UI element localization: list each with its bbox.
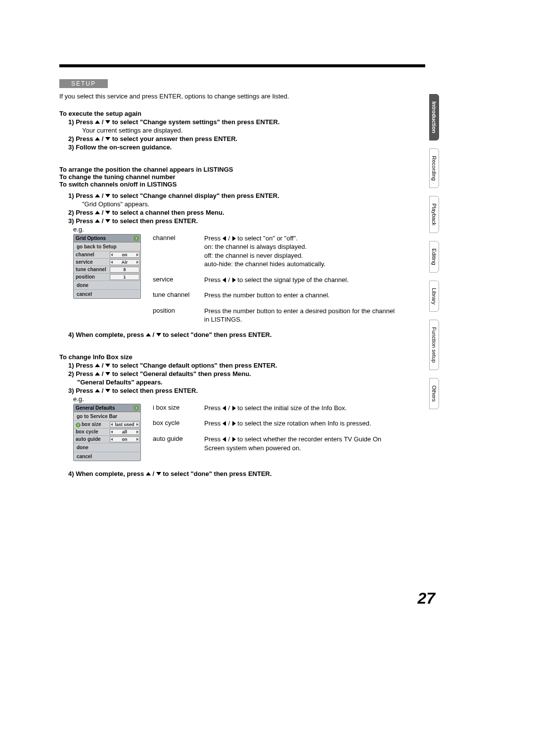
desc-val: Press / to select the size rotation when… bbox=[204, 419, 400, 428]
down-arrow-icon bbox=[105, 194, 110, 197]
heading-execute-setup: To execute the setup again bbox=[59, 110, 400, 117]
panel-row-box-size: ibox sizelast used bbox=[74, 421, 140, 428]
desc-key: channel bbox=[153, 234, 204, 269]
page-content: SETUP If you select this service and pre… bbox=[59, 79, 400, 478]
step: 1) Press / to select "Change channel dis… bbox=[68, 192, 400, 199]
up-arrow-icon bbox=[146, 472, 151, 475]
panel-row-done: done bbox=[74, 443, 140, 452]
grid-options-panel: Grid Options i go back to Setup channelo… bbox=[73, 234, 141, 299]
right-arrow-icon bbox=[232, 421, 236, 426]
step-note: Your current settings are displayed. bbox=[82, 127, 400, 134]
panel-row-auto-guide: auto guideon bbox=[74, 436, 140, 443]
desc-key: tune channel bbox=[153, 291, 204, 300]
tab-function-setup[interactable]: Function setup bbox=[429, 320, 439, 370]
tab-others[interactable]: Others bbox=[429, 378, 439, 409]
right-arrow-icon bbox=[232, 236, 236, 241]
right-arrow-icon bbox=[232, 278, 236, 283]
step: 1) Press / to select "Change default opt… bbox=[68, 362, 400, 369]
step-note: "General Defaults" appears. bbox=[77, 378, 400, 386]
up-arrow-icon bbox=[95, 194, 100, 197]
down-arrow-icon bbox=[105, 389, 110, 392]
general-defaults-panel: General Defaults i go to Service Bar ibo… bbox=[73, 404, 141, 461]
panel-row-position: position1 bbox=[74, 274, 140, 281]
panel-row-done: done bbox=[74, 281, 140, 290]
panel-row-box-cycle: box cycleall bbox=[74, 428, 140, 436]
up-arrow-icon bbox=[95, 211, 100, 214]
step: 4) When complete, press / to select "don… bbox=[68, 470, 400, 477]
setup-heading: SETUP bbox=[59, 79, 108, 88]
panel-row-cancel: cancel bbox=[74, 290, 140, 298]
panel-row-channel: channelon bbox=[74, 251, 140, 259]
down-arrow-icon bbox=[156, 333, 161, 336]
step: 3) Press / to select then press ENTER. bbox=[68, 217, 400, 225]
desc-val: Press / to select whether the recorder e… bbox=[204, 435, 400, 452]
down-arrow-icon bbox=[105, 364, 110, 367]
desc-val: Press the number button to enter a desir… bbox=[204, 307, 400, 324]
gen-desc: i box size Press / to select the initial… bbox=[153, 404, 400, 452]
tab-editing[interactable]: Editing bbox=[429, 241, 439, 273]
info-icon: i bbox=[134, 405, 139, 411]
desc-val: Press / to select the signal type of the… bbox=[204, 276, 400, 284]
down-arrow-icon bbox=[105, 211, 110, 214]
tab-library[interactable]: Library bbox=[429, 281, 439, 312]
tab-playback[interactable]: Playback bbox=[429, 196, 439, 233]
left-arrow-icon bbox=[222, 406, 226, 411]
down-arrow-icon bbox=[105, 372, 110, 376]
step: 1) Press / to select "Change system sett… bbox=[68, 118, 400, 126]
heading-switch-channels: To switch channels on/off in LISTINGS bbox=[59, 181, 400, 188]
desc-key: auto guide bbox=[153, 435, 204, 452]
panel-title: General Defaults i bbox=[74, 404, 140, 412]
step: 4) When complete, press / to select "don… bbox=[68, 331, 400, 338]
up-arrow-icon bbox=[146, 333, 151, 336]
grid-desc: channel Press / to select "on" or "off".… bbox=[153, 234, 400, 324]
step: 3) Follow the on-screen guidance. bbox=[68, 143, 400, 151]
up-arrow-icon bbox=[95, 372, 100, 376]
eg-label: e.g. bbox=[73, 226, 400, 233]
down-arrow-icon bbox=[105, 120, 110, 124]
left-arrow-icon bbox=[222, 236, 226, 241]
eg-label: e.g. bbox=[73, 395, 400, 403]
heading-arrange: To arrange the position the channel appe… bbox=[59, 166, 400, 173]
side-tabs: Introduction Recording Playback Editing … bbox=[429, 94, 441, 417]
step: 2) Press / to select a channel then pres… bbox=[68, 209, 400, 216]
right-arrow-icon bbox=[232, 437, 236, 442]
tab-recording[interactable]: Recording bbox=[429, 148, 439, 188]
up-arrow-icon bbox=[95, 364, 100, 367]
step: 2) Press / to select "General defaults" … bbox=[68, 370, 400, 378]
down-arrow-icon bbox=[156, 472, 161, 475]
left-arrow-icon bbox=[222, 437, 226, 442]
info-icon: i bbox=[134, 236, 139, 241]
desc-val: Press the number button to enter a chann… bbox=[204, 291, 400, 300]
panel-row-back: go to Service Bar bbox=[74, 412, 140, 421]
heading-info-box: To change Info Box size bbox=[59, 353, 400, 361]
desc-val: Press / to select the initial size of th… bbox=[204, 404, 400, 413]
desc-key: service bbox=[153, 276, 204, 284]
desc-key: i box size bbox=[153, 404, 204, 413]
panel-row-back: go back to Setup bbox=[74, 242, 140, 251]
step: 3) Press / to select then press ENTER. bbox=[68, 387, 400, 394]
desc-key: box cycle bbox=[153, 419, 204, 428]
desc-key: position bbox=[153, 307, 204, 324]
left-arrow-icon bbox=[222, 421, 226, 426]
panel-row-cancel: cancel bbox=[74, 452, 140, 461]
down-arrow-icon bbox=[105, 137, 110, 141]
step: 2) Press / to select your answer then pr… bbox=[68, 135, 400, 142]
info-icon: i bbox=[76, 423, 81, 427]
up-arrow-icon bbox=[95, 219, 100, 223]
desc-val: Press / to select "on" or "off". on: the… bbox=[204, 234, 400, 269]
right-arrow-icon bbox=[232, 406, 236, 411]
intro-text: If you select this service and press ENT… bbox=[59, 92, 400, 101]
tab-introduction[interactable]: Introduction bbox=[429, 94, 439, 141]
up-arrow-icon bbox=[95, 120, 100, 124]
heading-change-tuning: To change the tuning channel number bbox=[59, 173, 400, 181]
left-arrow-icon bbox=[222, 278, 226, 283]
top-rule bbox=[59, 64, 425, 67]
panel-title: Grid Options i bbox=[74, 235, 140, 242]
up-arrow-icon bbox=[95, 137, 100, 141]
up-arrow-icon bbox=[95, 389, 100, 392]
down-arrow-icon bbox=[105, 219, 110, 223]
step-note: "Grid Options" appears. bbox=[82, 200, 400, 208]
panel-row-tune: tune channel8 bbox=[74, 266, 140, 274]
page-number: 27 bbox=[417, 589, 435, 608]
panel-row-service: serviceAir bbox=[74, 259, 140, 266]
